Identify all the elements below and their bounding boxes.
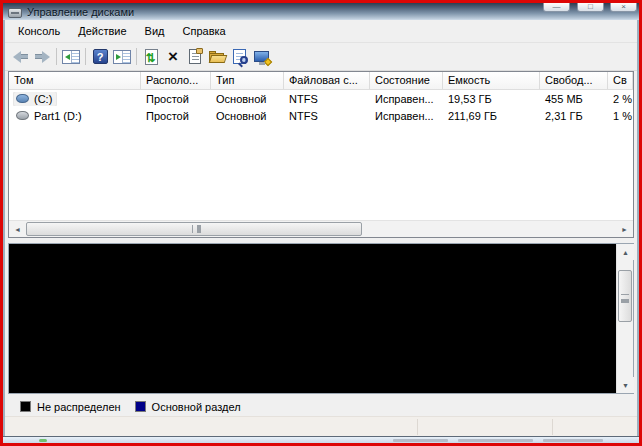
column-header-free[interactable]: Свобод... [540, 72, 608, 89]
drive-icon [16, 94, 29, 103]
refresh-icon: ⇅ [145, 49, 158, 65]
status-bar [3, 416, 639, 436]
disk-graph-unallocated-region[interactable] [9, 244, 616, 393]
volume-type: Основной [211, 93, 284, 105]
window-frame-edge [637, 20, 639, 436]
volume-list-header: Том Располо... Тип Файловая с... Состоян… [9, 72, 633, 90]
statusbar-separator [552, 419, 553, 435]
back-icon [13, 51, 28, 63]
titlebar[interactable]: Управление дисками — □ × [3, 3, 639, 20]
volume-free: 2,31 ГБ [540, 110, 608, 122]
toolbar-separator [85, 48, 86, 65]
legend-label-primary-partition: Основной раздел [152, 401, 241, 413]
refresh-button[interactable]: ⇅ [140, 46, 162, 68]
table-row[interactable]: (C:) Простой Основной NTFS Исправен... 1… [9, 90, 633, 107]
vertical-scrollbar[interactable]: ▲ ▼ [616, 244, 633, 393]
scroll-left-button[interactable]: ◄ [9, 221, 26, 237]
show-action-pane-button[interactable] [111, 46, 133, 68]
volume-status: Исправен... [370, 93, 443, 105]
open-folder-icon [209, 51, 226, 63]
toolbar: ? ⇅ × [3, 43, 639, 71]
column-header-layout[interactable]: Располо... [141, 72, 211, 89]
forward-icon [35, 51, 50, 63]
view-icon [233, 49, 246, 64]
taskbar-sliver [3, 436, 639, 443]
table-row[interactable]: Part1 (D:) Простой Основной NTFS Исправе… [9, 107, 633, 124]
legend-swatch-unallocated [20, 401, 31, 412]
taskbar-button-sliver [543, 439, 603, 442]
volume-free-pct: 1 % [608, 110, 633, 122]
volume-capacity: 19,53 ГБ [443, 93, 540, 105]
volume-layout: Простой [141, 93, 211, 105]
menu-item-help[interactable]: Справка [174, 22, 235, 40]
disk-graph-panel: ▲ ▼ [8, 243, 634, 394]
show-console-tree-icon [62, 50, 80, 64]
window-title: Управление дисками [27, 6, 134, 18]
scroll-right-button[interactable]: ► [616, 221, 633, 237]
menu-item-view[interactable]: Вид [136, 22, 174, 40]
column-header-type[interactable]: Тип [211, 72, 284, 89]
delete-button[interactable]: × [162, 46, 184, 68]
volume-status: Исправен... [370, 110, 443, 122]
drive-icon [16, 111, 29, 120]
menu-item-console[interactable]: Консоль [9, 22, 69, 40]
taskbar-indicator [39, 439, 47, 442]
computer-management-icon [254, 51, 269, 62]
show-action-pane-icon [113, 50, 131, 64]
window-frame-edge [3, 20, 5, 436]
computer-management-button[interactable] [250, 46, 272, 68]
vertical-scrollbar-thumb[interactable] [618, 270, 632, 322]
volume-layout: Простой [141, 110, 211, 122]
volume-type: Основной [211, 110, 284, 122]
volume-name: Part1 (D:) [34, 110, 82, 122]
toolbar-separator [136, 48, 137, 65]
help-icon: ? [93, 49, 108, 64]
properties-icon [189, 49, 201, 64]
minimize-button[interactable]: — [543, 3, 570, 12]
close-button[interactable]: × [610, 3, 637, 12]
horizontal-scrollbar[interactable]: ◄ ► [9, 220, 633, 237]
volume-capacity: 211,69 ГБ [443, 110, 540, 122]
help-button[interactable]: ? [89, 46, 111, 68]
volume-free-pct: 2 % [608, 93, 633, 105]
volume-filesystem: NTFS [284, 110, 370, 122]
taskbar-button-sliver [393, 439, 448, 442]
legend-bar: Не распределен Основной раздел [8, 397, 634, 416]
menu-item-action[interactable]: Действие [69, 22, 135, 40]
column-header-volume[interactable]: Том [9, 72, 141, 89]
maximize-button[interactable]: □ [577, 3, 604, 12]
volume-free: 455 МБ [540, 93, 608, 105]
forward-button[interactable] [31, 46, 53, 68]
disk-management-app-icon [8, 8, 22, 18]
menu-bar: Консоль Действие Вид Справка [3, 20, 639, 43]
column-header-free-pct[interactable]: Св [608, 72, 633, 89]
column-header-filesystem[interactable]: Файловая с... [284, 72, 370, 89]
screenshot-annotation-border: Управление дисками — □ × Консоль Действи… [0, 0, 642, 446]
back-button[interactable] [9, 46, 31, 68]
legend-swatch-primary-partition [135, 401, 146, 412]
disk-management-window: Управление дисками — □ × Консоль Действи… [3, 3, 639, 443]
horizontal-scrollbar-thumb[interactable] [26, 222, 362, 236]
volume-list-panel: Том Располо... Тип Файловая с... Состоян… [8, 71, 634, 238]
delete-icon: × [168, 48, 178, 65]
show-console-tree-button[interactable] [60, 46, 82, 68]
open-button[interactable] [206, 46, 228, 68]
properties-button[interactable] [184, 46, 206, 68]
volume-name: (C:) [34, 93, 52, 105]
volume-filesystem: NTFS [284, 93, 370, 105]
taskbar-button-sliver [458, 439, 533, 442]
scroll-down-button[interactable]: ▼ [617, 377, 634, 393]
column-header-status[interactable]: Состояние [370, 72, 443, 89]
toolbar-separator [56, 48, 57, 65]
column-header-capacity[interactable]: Емкость [443, 72, 540, 89]
statusbar-separator [417, 419, 418, 435]
view-button[interactable] [228, 46, 250, 68]
scroll-up-button[interactable]: ▲ [617, 244, 634, 260]
legend-label-unallocated: Не распределен [37, 401, 121, 413]
